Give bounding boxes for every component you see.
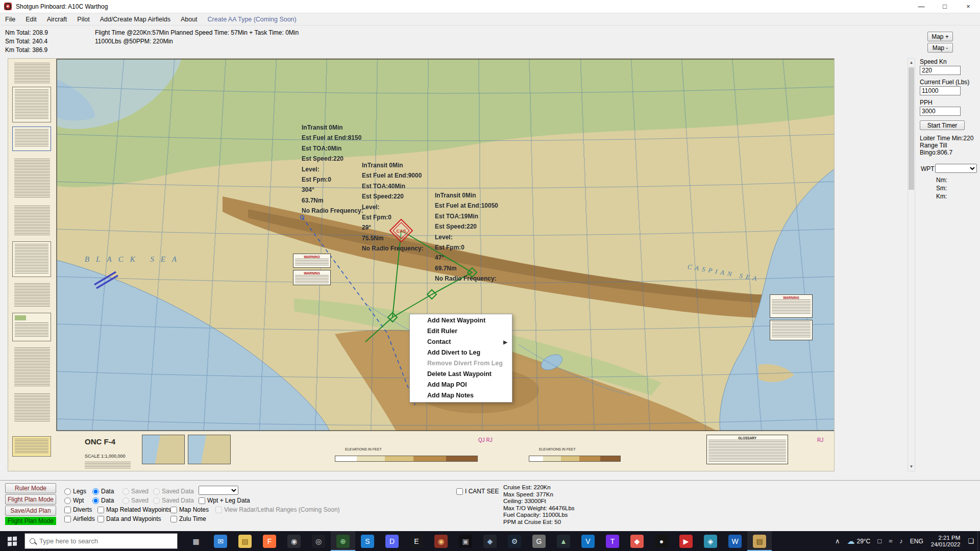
menu-add-create-map-airfields[interactable]: Add/Create Map Airfields	[95, 14, 176, 24]
firefox-icon[interactable]: F	[257, 531, 282, 551]
action-center-icon[interactable]: ❏	[964, 531, 977, 551]
radio-saved2-input[interactable]	[122, 497, 129, 504]
checkbox-data-and-waypoints[interactable]: Data and Waypoints	[97, 515, 161, 523]
radio-saved1-input[interactable]	[122, 488, 129, 495]
speed-input[interactable]	[920, 66, 961, 75]
word-icon[interactable]: W	[723, 531, 747, 551]
radio-saved1[interactable]: Saved	[122, 487, 149, 495]
menu-add-map-poi[interactable]: Add Map POI	[410, 380, 512, 390]
checkbox-diverts[interactable]: Diverts	[64, 506, 92, 514]
shotgun-pinboard-icon[interactable]: ⊕	[331, 531, 355, 551]
checkbox-wpt-leg-data[interactable]: Wpt + Leg Data	[199, 496, 250, 505]
language-indicator[interactable]: ENG	[906, 531, 927, 551]
app-icon-16[interactable]: ▲	[551, 531, 576, 551]
menu-aircraft[interactable]: Aircraft	[42, 14, 72, 24]
checkbox-zulu-time[interactable]: Zulu Time	[170, 515, 206, 523]
fuel-input[interactable]	[920, 86, 961, 95]
ruler-mode-button[interactable]: Ruler Mode	[5, 483, 56, 493]
pph-input[interactable]	[920, 107, 961, 116]
checkbox-i-cant-see[interactable]: I CANT SEE	[456, 487, 499, 495]
data-display-select[interactable]	[199, 486, 238, 495]
hidden-icons-chevron[interactable]: ∧	[831, 531, 844, 551]
minimize-button[interactable]: —	[910, 0, 933, 13]
vscode-icon[interactable]: V	[576, 531, 600, 551]
radio-saved-data2-input[interactable]	[153, 497, 160, 504]
youtube-icon[interactable]: ▶	[674, 531, 698, 551]
menu-pilot[interactable]: Pilot	[72, 14, 94, 24]
menu-remove-divert-from-leg[interactable]: Remove Divert From Leg	[410, 358, 512, 369]
menu-create-aa-type[interactable]: Create AA Type (Coming Soon)	[203, 14, 302, 24]
scroll-up-arrow[interactable]: ▲	[908, 59, 915, 67]
obs-icon[interactable]: ◎	[306, 531, 331, 551]
twitch-icon[interactable]: T	[600, 531, 625, 551]
map-canvas[interactable]: CAS BLACK SEA CASPIAN SEA WARNING WARNIN…	[8, 58, 835, 471]
checkbox-data-and-waypoints-input[interactable]	[97, 516, 104, 522]
app-icon-19[interactable]: ◆	[625, 531, 649, 551]
save-add-plan-button[interactable]: Save/Add Plan	[5, 506, 56, 516]
checkbox-i-cant-see-input[interactable]	[456, 488, 463, 495]
dcs-icon[interactable]: ◉	[429, 531, 453, 551]
volume-icon[interactable]: ♪	[896, 531, 906, 551]
taskbar-search[interactable]	[24, 533, 178, 549]
app-icon-22[interactable]: ◈	[698, 531, 723, 551]
menu-edit-ruler[interactable]: Edit Ruler	[410, 326, 512, 337]
checkbox-diverts-input[interactable]	[64, 507, 71, 513]
menu-add-next-waypoint[interactable]: Add Next Waypoint	[410, 315, 512, 326]
gimp-icon[interactable]: G	[527, 531, 551, 551]
checkbox-airfields[interactable]: Airfields	[64, 515, 95, 523]
weather-widget[interactable]: ☁29°C	[843, 531, 874, 551]
menu-contact[interactable]: Contact▶	[410, 337, 512, 347]
checkbox-airfields-input[interactable]	[64, 516, 71, 522]
menu-edit[interactable]: Edit	[20, 14, 42, 24]
network-icon[interactable]: ≈	[885, 531, 896, 551]
tray-app-icon[interactable]: □	[874, 531, 885, 551]
checkbox-radar-ranges-input[interactable]	[215, 507, 222, 513]
app-icon-20[interactable]: ●	[649, 531, 674, 551]
radio-data1[interactable]: Data	[92, 487, 114, 495]
menu-delete-last-waypoint[interactable]: Delete Last Waypoint	[410, 369, 512, 380]
mail-icon[interactable]: ✉	[208, 531, 233, 551]
map-scrollbar[interactable]: ▲ ▼	[908, 58, 915, 471]
app-icon-12[interactable]: ▣	[453, 531, 478, 551]
menu-add-divert-to-leg[interactable]: Add Divert to Leg	[410, 347, 512, 358]
radio-legs[interactable]: Legs	[64, 487, 86, 495]
epic-games-icon[interactable]: E	[404, 531, 429, 551]
map-zoom-in-button[interactable]: Map +	[927, 32, 953, 41]
maximize-button[interactable]: □	[933, 0, 957, 13]
radio-saved-data1[interactable]: Saved Data	[153, 487, 194, 495]
checkbox-radar-ranges[interactable]: View Radar/Lethal Ranges (Coming Soon)	[215, 506, 340, 514]
flight-plan-mode-button[interactable]: Flight Plan Mode	[5, 494, 56, 505]
show-desktop-button[interactable]	[977, 531, 980, 551]
folder-open-icon[interactable]: ▤	[747, 531, 772, 551]
scroll-down-arrow[interactable]: ▼	[908, 463, 915, 471]
radio-saved-data2[interactable]: Saved Data	[153, 496, 194, 505]
menu-file[interactable]: File	[0, 14, 20, 24]
discord-icon[interactable]: D	[380, 531, 404, 551]
radio-legs-input[interactable]	[64, 488, 71, 495]
radio-data1-input[interactable]	[92, 488, 99, 495]
search-input[interactable]	[39, 537, 162, 545]
steam-icon[interactable]: ⚙	[502, 531, 527, 551]
radio-wpt-input[interactable]	[64, 497, 71, 504]
file-explorer-icon[interactable]: ▤	[233, 531, 257, 551]
checkbox-map-related-waypoints-input[interactable]	[97, 507, 104, 513]
media-player-icon[interactable]: ◉	[282, 531, 306, 551]
checkbox-map-notes[interactable]: Map Notes	[170, 506, 209, 514]
task-view-icon[interactable]: ▦	[184, 531, 208, 551]
map-zoom-out-button[interactable]: Map -	[927, 43, 953, 53]
close-button[interactable]: ×	[957, 0, 980, 13]
radio-wpt[interactable]: Wpt	[64, 496, 84, 505]
radio-data2-input[interactable]	[92, 497, 99, 504]
start-button[interactable]	[0, 531, 24, 551]
clock[interactable]: 2:21 PM 24/01/2022	[927, 535, 965, 548]
app-icon-13[interactable]: ◆	[478, 531, 502, 551]
start-timer-button[interactable]: Start Timer	[920, 120, 965, 130]
menu-add-map-notes[interactable]: Add Map Notes	[410, 390, 512, 401]
checkbox-zulu-time-input[interactable]	[170, 516, 177, 522]
skype-icon[interactable]: S	[355, 531, 380, 551]
radio-saved-data1-input[interactable]	[153, 488, 160, 495]
scroll-thumb[interactable]	[909, 67, 914, 190]
radio-saved2[interactable]: Saved	[122, 496, 149, 505]
checkbox-wpt-leg-data-input[interactable]	[199, 497, 205, 504]
radio-data2[interactable]: Data	[92, 496, 114, 505]
